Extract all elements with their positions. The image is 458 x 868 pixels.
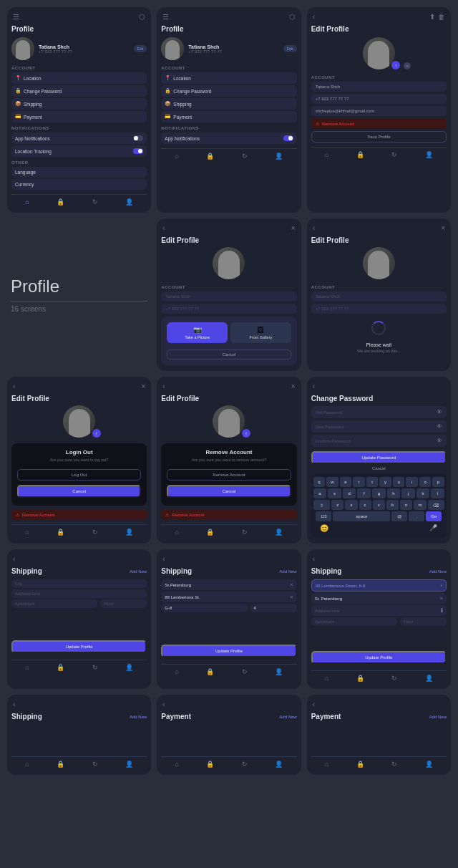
key-k[interactable]: k bbox=[416, 488, 430, 498]
address-input-s3[interactable]: Address Line ℹ bbox=[311, 605, 447, 616]
key-at[interactable]: @ bbox=[391, 511, 407, 521]
home-nav-s4[interactable]: ⌂ bbox=[25, 761, 29, 768]
old-password-input[interactable]: Old Password 👁 bbox=[311, 406, 447, 418]
location-item-2[interactable]: 📍 Location bbox=[161, 72, 296, 84]
menu-icon-2[interactable]: ☰ bbox=[162, 13, 169, 21]
key-b[interactable]: b bbox=[386, 500, 399, 510]
remove-account-remove[interactable]: ⚠ Remove Account bbox=[161, 509, 296, 520]
name-input-loading[interactable]: Tatiana Shch bbox=[311, 291, 447, 302]
key-s[interactable]: s bbox=[328, 488, 341, 498]
user-nav-logout[interactable]: 👤 bbox=[125, 529, 133, 536]
home-nav-s1[interactable]: ⌂ bbox=[25, 664, 29, 671]
key-j[interactable]: j bbox=[401, 488, 415, 498]
logout-cancel-btn[interactable]: Cancel bbox=[17, 485, 141, 498]
add-new-link-s3[interactable]: Add New bbox=[429, 569, 447, 574]
update-profile-btn-s1[interactable]: Update Profile bbox=[11, 640, 147, 653]
lock-nav-p1[interactable]: 🔒 bbox=[206, 761, 214, 768]
share-icon[interactable]: ⬡ bbox=[139, 13, 145, 21]
user-nav-p2[interactable]: 👤 bbox=[425, 761, 433, 768]
eye-icon-old[interactable]: 👁 bbox=[437, 409, 442, 415]
remove-account-btn-ep1[interactable]: ⚠ Remove Account bbox=[311, 118, 447, 129]
home-nav-p2[interactable]: ⌂ bbox=[325, 761, 328, 768]
close-icon-loading[interactable]: × bbox=[441, 224, 445, 232]
home-nav-p1[interactable]: ⌂ bbox=[175, 761, 179, 768]
address-input-s1[interactable]: Address Line bbox=[11, 589, 147, 598]
app-notif-toggle-2[interactable] bbox=[283, 135, 293, 141]
update-password-btn[interactable]: Update Password bbox=[311, 451, 447, 464]
user-nav-s1[interactable]: 👤 bbox=[125, 664, 133, 671]
key-dot[interactable]: . bbox=[409, 511, 424, 521]
user-nav-ep1[interactable]: 👤 bbox=[425, 151, 433, 158]
key-go[interactable]: Go bbox=[426, 511, 442, 521]
floor-input-s1[interactable]: Floor bbox=[100, 599, 147, 608]
back-arrow-cp[interactable]: ‹ bbox=[313, 382, 315, 390]
remove-cancel-btn[interactable]: Cancel bbox=[167, 485, 291, 498]
upload-icon-1[interactable]: ↑ bbox=[391, 61, 400, 69]
location-tracking-item[interactable]: Location Tracking bbox=[11, 145, 147, 157]
key-shift[interactable]: ⇧ bbox=[313, 500, 330, 510]
key-o[interactable]: o bbox=[419, 477, 432, 487]
back-arrow-s1[interactable]: ‹ bbox=[13, 555, 15, 563]
upload-icon-logout[interactable]: ↑ bbox=[92, 429, 101, 438]
remove-photo-icon-1[interactable]: × bbox=[404, 62, 411, 69]
refresh-nav-logout[interactable]: ↻ bbox=[92, 529, 98, 536]
phone-input-loading[interactable]: +7 923 777 77 77 bbox=[311, 304, 447, 314]
lock-nav-s1[interactable]: 🔒 bbox=[57, 664, 64, 671]
app-notif-toggle[interactable] bbox=[133, 135, 143, 141]
cancel-link-cp[interactable]: Cancel bbox=[311, 466, 447, 471]
back-arrow-remove[interactable]: ‹ bbox=[162, 382, 165, 390]
lock-nav-ep1[interactable]: 🔒 bbox=[356, 151, 364, 158]
location-item[interactable]: 📍 Location bbox=[11, 72, 147, 84]
lock-nav-s3[interactable]: 🔒 bbox=[356, 675, 364, 682]
sheet-cancel-btn[interactable]: Cancel bbox=[167, 349, 291, 360]
lock-nav-2[interactable]: 🔒 bbox=[206, 153, 214, 160]
apartment-input-s1[interactable]: Apartment bbox=[11, 599, 97, 608]
address-input-s2[interactable]: 88 Lembertova St. × bbox=[161, 592, 296, 602]
lock-nav-remove[interactable]: 🔒 bbox=[206, 529, 214, 536]
home-nav-logout[interactable]: ⌂ bbox=[25, 529, 29, 536]
add-new-link-s4[interactable]: Add New bbox=[130, 715, 147, 719]
key-q[interactable]: q bbox=[313, 477, 326, 487]
refresh-nav-s3[interactable]: ↻ bbox=[391, 675, 397, 682]
home-nav-remove[interactable]: ⌂ bbox=[175, 529, 179, 536]
floor-input-s2[interactable]: 4 bbox=[250, 604, 297, 612]
key-delete[interactable]: ⌫ bbox=[428, 500, 444, 510]
lock-nav-s2[interactable]: 🔒 bbox=[206, 668, 214, 675]
key-x[interactable]: x bbox=[345, 500, 357, 510]
refresh-nav-2[interactable]: ↻ bbox=[242, 153, 248, 160]
upload-icon-remove[interactable]: ↑ bbox=[242, 429, 250, 438]
close-address-s2[interactable]: × bbox=[290, 594, 293, 600]
delete-icon-ep1[interactable]: 🗑 bbox=[438, 13, 445, 21]
refresh-nav-p1[interactable]: ↻ bbox=[242, 761, 248, 768]
user-nav-2[interactable]: 👤 bbox=[275, 153, 283, 160]
name-input-sheet[interactable]: Tatiana Shch bbox=[161, 291, 296, 302]
edit-button-2[interactable]: Edit bbox=[283, 45, 297, 52]
change-password-item-2[interactable]: 🔒 Change Password bbox=[161, 85, 296, 97]
key-y[interactable]: y bbox=[379, 477, 391, 487]
key-u[interactable]: u bbox=[393, 477, 405, 487]
remove-account-logout[interactable]: ⚠ Remove Account bbox=[11, 509, 147, 520]
key-g[interactable]: g bbox=[372, 488, 386, 498]
key-r[interactable]: r bbox=[353, 477, 365, 487]
key-l[interactable]: l bbox=[431, 488, 444, 498]
user-nav-s4[interactable]: 👤 bbox=[125, 761, 133, 768]
remove-account-confirm-btn[interactable]: Remove Account bbox=[167, 469, 291, 481]
location-tracking-toggle[interactable] bbox=[133, 148, 143, 154]
mic-key[interactable]: 🎤 bbox=[426, 523, 442, 533]
phone-input-sheet[interactable]: +7 923 777 77 77 bbox=[161, 304, 296, 314]
refresh-nav-ep1[interactable]: ↻ bbox=[391, 151, 397, 158]
back-arrow-s4[interactable]: ‹ bbox=[13, 700, 15, 708]
emoji-key[interactable]: 😊 bbox=[316, 523, 332, 533]
lock-nav-s4[interactable]: 🔒 bbox=[57, 761, 64, 768]
save-btn-ep1[interactable]: Save Profile bbox=[311, 131, 447, 143]
name-input-ep1[interactable]: Tatiana Shch bbox=[311, 82, 447, 92]
city-input-s1[interactable]: City bbox=[11, 579, 147, 588]
home-nav-ep1[interactable]: ⌂ bbox=[325, 151, 328, 158]
close-icon-remove[interactable]: × bbox=[291, 382, 296, 390]
back-arrow-s3[interactable]: ‹ bbox=[313, 555, 315, 563]
key-t[interactable]: t bbox=[366, 477, 379, 487]
close-icon-logout[interactable]: × bbox=[141, 382, 145, 390]
back-arrow-p2[interactable]: ‹ bbox=[313, 700, 315, 708]
key-v[interactable]: v bbox=[373, 500, 385, 510]
refresh-nav-remove[interactable]: ↻ bbox=[242, 529, 248, 536]
